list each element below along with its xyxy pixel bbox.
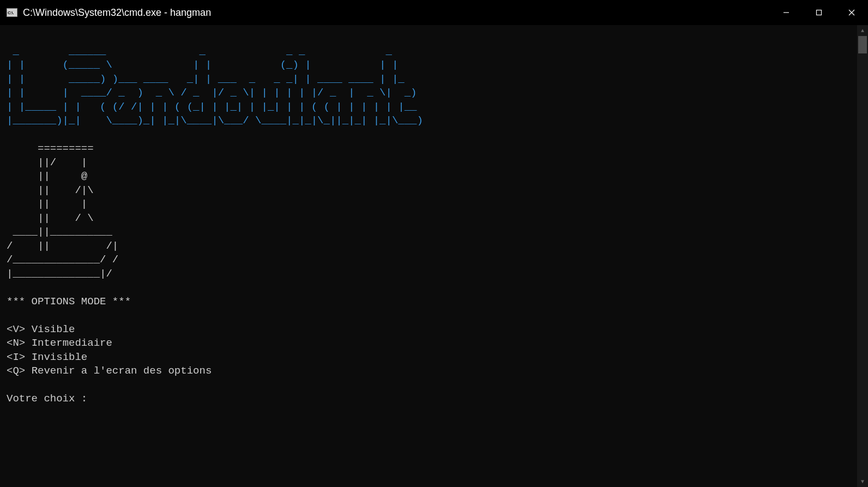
- minimize-button[interactable]: [770, 0, 803, 25]
- menu-item-quit: <Q> Revenir a l'ecran des options: [7, 365, 212, 377]
- scroll-down-arrow-icon[interactable]: ▼: [857, 476, 868, 487]
- menu-item-invisible: <I> Invisible: [7, 351, 87, 363]
- svg-rect-1: [817, 10, 822, 15]
- maximize-button[interactable]: [803, 0, 835, 25]
- menu-header: *** OPTIONS MODE ***: [7, 296, 131, 308]
- window-titlebar: C:\. C:\Windows\System32\cmd.exe - hangm…: [0, 0, 868, 25]
- scroll-thumb[interactable]: [858, 36, 867, 53]
- menu-item-visible: <V> Visible: [7, 323, 75, 335]
- window-controls: [770, 0, 868, 25]
- window-title: C:\Windows\System32\cmd.exe - hangman: [23, 7, 770, 19]
- ascii-hangman-art: ========= ||/ | || @ || /|\ || | || / \ …: [7, 142, 118, 280]
- scroll-up-arrow-icon[interactable]: ▲: [857, 25, 868, 36]
- terminal-output[interactable]: _ ______ _ _ _ _ | | (_____ \ | | (_) | …: [0, 25, 868, 487]
- vertical-scrollbar[interactable]: ▲ ▼: [857, 25, 868, 487]
- ascii-title-art: _ ______ _ _ _ _ | | (_____ \ | | (_) | …: [7, 45, 423, 127]
- cmd-icon: C:\.: [7, 8, 17, 17]
- input-prompt: Votre choix :: [7, 393, 87, 405]
- menu-item-intermediaire: <N> Intermediaire: [7, 337, 112, 349]
- close-button[interactable]: [835, 0, 868, 25]
